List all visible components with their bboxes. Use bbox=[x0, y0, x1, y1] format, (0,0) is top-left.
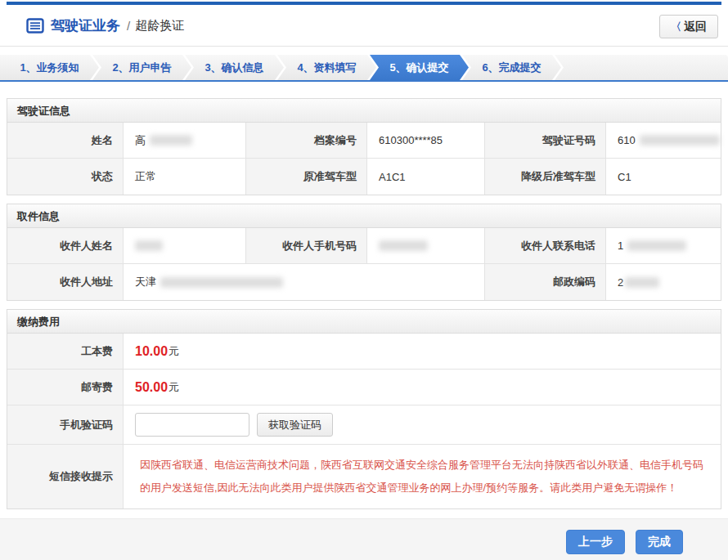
production-fee-row: 工本费 10.00元 bbox=[7, 334, 721, 370]
license-no-value: 610 bbox=[606, 123, 721, 158]
footer-actions: 上一步 完成 bbox=[0, 518, 728, 560]
recipient-name-value bbox=[124, 228, 246, 263]
sms-code-label: 手机验证码 bbox=[7, 405, 124, 444]
step-6-finish: 6、完成提交 bbox=[462, 55, 561, 80]
redacted-value bbox=[625, 277, 659, 288]
breadcrumb-divider: / bbox=[127, 19, 130, 33]
redacted-value bbox=[379, 240, 428, 251]
step-1-notice: 1、业务须知 bbox=[0, 55, 99, 80]
sms-notice-text: 因陕西省联通、电信运营商技术问题，陕西省互联网交通安全综合服务管理平台无法向持陕… bbox=[132, 445, 721, 508]
step-2-declare: 2、用户申告 bbox=[92, 55, 191, 80]
file-no-label: 档案编号 bbox=[246, 123, 367, 158]
table-row: 姓名 高 档案编号 610300****85 驾驶证号码 610 bbox=[7, 123, 721, 159]
recipient-phone-value: 1 bbox=[606, 228, 721, 263]
step-wizard: 1、业务须知 2、用户申告 3、确认信息 4、资料填写 5、确认提交 6、完成提… bbox=[0, 55, 728, 82]
postage-fee-amount: 50.00 bbox=[135, 380, 168, 395]
finish-button[interactable]: 完成 bbox=[636, 530, 683, 554]
status-label: 状态 bbox=[7, 159, 124, 195]
pickup-info-title: 取件信息 bbox=[7, 204, 721, 228]
postage-fee-unit: 元 bbox=[169, 380, 179, 395]
previous-step-button[interactable]: 上一步 bbox=[566, 530, 625, 554]
orig-class-label: 原准驾车型 bbox=[246, 159, 367, 195]
page-header: 驾驶证业务 / 超龄换证 〈 返回 bbox=[0, 5, 728, 47]
license-menu-icon bbox=[26, 18, 44, 34]
production-fee-amount: 10.00 bbox=[135, 344, 168, 359]
recipient-mobile-value bbox=[367, 228, 485, 263]
status-value: 正常 bbox=[124, 159, 246, 195]
file-no-value: 610300****85 bbox=[367, 123, 485, 158]
step-3-confirm-info: 3、确认信息 bbox=[185, 55, 284, 80]
downgraded-class-value: C1 bbox=[606, 159, 721, 195]
pickup-info-section: 取件信息 收件人姓名 收件人手机号码 收件人联系电话 1 收件人地址 天津 邮政… bbox=[7, 204, 721, 301]
redacted-value bbox=[150, 135, 192, 146]
production-fee-unit: 元 bbox=[169, 344, 179, 359]
sms-code-row: 手机验证码 获取验证码 bbox=[7, 405, 721, 445]
back-button-label: 返回 bbox=[684, 20, 707, 34]
step-bar-filler bbox=[555, 55, 728, 80]
production-fee-value: 10.00元 bbox=[124, 334, 721, 369]
sms-notice-row: 短信接收提示 因陕西省联通、电信运营商技术问题，陕西省互联网交通安全综合服务管理… bbox=[7, 445, 721, 508]
recipient-phone-label: 收件人联系电话 bbox=[485, 228, 606, 263]
redacted-value bbox=[135, 240, 163, 251]
name-label: 姓名 bbox=[7, 123, 124, 158]
chevron-left-icon: 〈 bbox=[671, 20, 681, 34]
sms-notice-label: 短信接收提示 bbox=[7, 445, 124, 508]
redacted-value bbox=[627, 240, 686, 251]
orig-class-value: A1C1 bbox=[367, 159, 485, 195]
name-value: 高 bbox=[124, 123, 246, 158]
production-fee-label: 工本费 bbox=[7, 334, 124, 369]
recipient-name-label: 收件人姓名 bbox=[7, 228, 124, 263]
page-title: 驾驶证业务 bbox=[51, 16, 120, 35]
recipient-address-value: 天津 bbox=[124, 264, 485, 300]
recipient-mobile-label: 收件人手机号码 bbox=[246, 228, 367, 263]
postage-fee-row: 邮寄费 50.00元 bbox=[7, 370, 721, 405]
postage-fee-label: 邮寄费 bbox=[7, 370, 124, 405]
sms-code-input[interactable] bbox=[135, 413, 249, 437]
table-row: 收件人姓名 收件人手机号码 收件人联系电话 1 bbox=[7, 228, 721, 264]
license-info-section: 驾驶证信息 姓名 高 档案编号 610300****85 驾驶证号码 610 状… bbox=[7, 98, 721, 195]
step-5-confirm-submit-active: 5、确认提交 bbox=[370, 55, 469, 80]
license-info-title: 驾驶证信息 bbox=[7, 99, 721, 123]
recipient-address-label: 收件人地址 bbox=[7, 264, 124, 300]
payment-section: 缴纳费用 工本费 10.00元 邮寄费 50.00元 手机验证码 获取验证码 短… bbox=[7, 309, 721, 509]
postage-fee-value: 50.00元 bbox=[124, 370, 721, 405]
redacted-value bbox=[640, 135, 720, 146]
step-4-fill-data: 4、资料填写 bbox=[277, 55, 376, 80]
license-no-label: 驾驶证号码 bbox=[485, 123, 606, 158]
get-sms-code-button[interactable]: 获取验证码 bbox=[257, 413, 333, 437]
breadcrumb-current: 超龄换证 bbox=[135, 18, 184, 34]
sms-code-cell: 获取验证码 bbox=[124, 405, 721, 444]
table-row: 状态 正常 原准驾车型 A1C1 降级后准驾车型 C1 bbox=[7, 159, 721, 195]
postal-code-value: 2 bbox=[606, 264, 721, 300]
redacted-value bbox=[160, 277, 283, 288]
downgraded-class-label: 降级后准驾车型 bbox=[485, 159, 606, 195]
sms-notice-cell: 因陕西省联通、电信运营商技术问题，陕西省互联网交通安全综合服务管理平台无法向持陕… bbox=[124, 445, 721, 508]
payment-title: 缴纳费用 bbox=[7, 310, 721, 334]
postal-code-label: 邮政编码 bbox=[485, 264, 606, 300]
back-button[interactable]: 〈 返回 bbox=[659, 15, 718, 38]
table-row: 收件人地址 天津 邮政编码 2 bbox=[7, 264, 721, 300]
